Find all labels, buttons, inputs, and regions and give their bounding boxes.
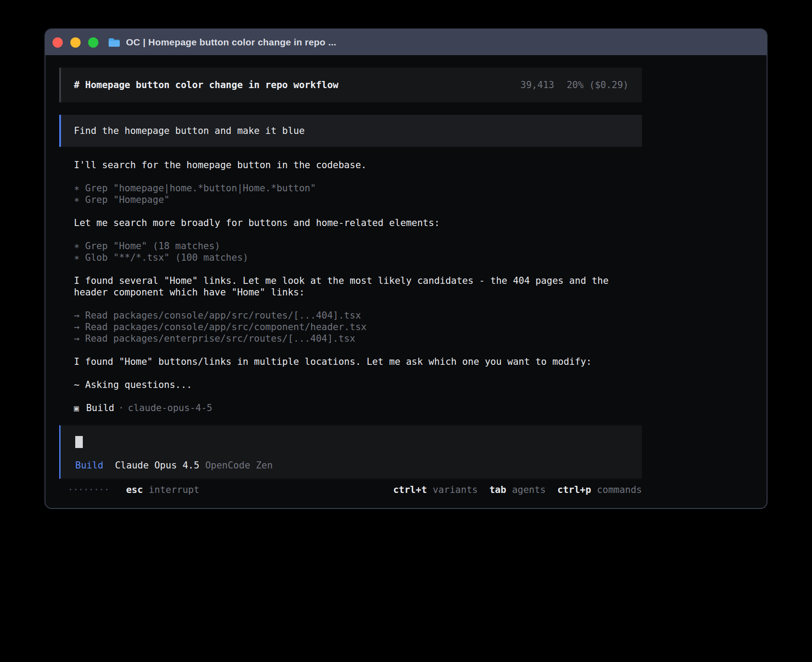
model-name: Claude Opus 4.5	[115, 460, 199, 471]
tool-call-group: ∗ Grep "Home" (18 matches) ∗ Glob "**/*.…	[74, 240, 629, 263]
tool-call-group: → Read packages/console/app/src/routes/[…	[74, 310, 629, 344]
assistant-paragraph: I found several "Home" links. Let me loo…	[74, 275, 629, 298]
prompt-input[interactable]: Build Claude Opus 4.5 OpenCode Zen	[59, 425, 642, 479]
agent-model: claude-opus-4-5	[128, 402, 212, 414]
provider-name: OpenCode Zen	[205, 460, 273, 471]
context-usage: 20% ($0.29)	[567, 79, 629, 91]
status-bar: ········ esc interrupt ctrl+t variants t…	[59, 484, 642, 496]
tool-call: → Read packages/enterprise/src/routes/[.…	[74, 333, 629, 344]
shortcut-key: ctrl+p	[557, 484, 591, 496]
spinner-dots: ········	[68, 484, 109, 496]
shortcut-commands: ctrl+p commands	[557, 484, 642, 496]
tool-call-group: ∗ Grep "homepage|home.*button|Home.*butt…	[74, 182, 629, 206]
session-title: # Homepage button color change in repo w…	[74, 79, 338, 91]
user-message-text: Find the homepage button and make it blu…	[74, 125, 304, 137]
assistant-text: I'll search for the homepage button in t…	[74, 159, 629, 171]
user-message: Find the homepage button and make it blu…	[59, 115, 642, 147]
terminal-content: # Homepage button color change in repo w…	[45, 55, 767, 496]
tool-call: ∗ Grep "homepage|home.*button|Home.*butt…	[74, 182, 629, 194]
tool-call: ∗ Grep "Home" (18 matches)	[74, 240, 629, 252]
shortcut-interrupt: esc interrupt	[126, 484, 199, 496]
traffic-lights	[53, 37, 98, 48]
assistant-text: Let me search more broadly for buttons a…	[74, 217, 629, 229]
agent-separator: ·	[118, 402, 124, 414]
shortcut-label: commands	[597, 484, 642, 496]
status-bar-left: ········ esc interrupt	[68, 484, 199, 496]
assistant-text: I found several "Home" links. Let me loo…	[74, 275, 629, 298]
desktop: OC | Homepage button color change in rep…	[0, 0, 812, 662]
esc-key: esc	[126, 484, 143, 496]
token-count: 39,413	[520, 79, 554, 91]
assistant-paragraph: I found "Home" buttons/links in multiple…	[74, 356, 629, 367]
assistant-paragraph: Let me search more broadly for buttons a…	[74, 217, 629, 229]
shortcut-variants: ctrl+t variants	[393, 484, 478, 496]
status-paragraph: ~ Asking questions...	[74, 379, 629, 391]
shortcut-agents: tab agents	[489, 484, 546, 496]
window-titlebar[interactable]: OC | Homepage button color change in rep…	[45, 29, 767, 55]
status-text: ~ Asking questions...	[74, 379, 629, 391]
shortcut-label: variants	[433, 484, 478, 496]
agent-icon: ▣	[74, 402, 79, 414]
shortcut-label: agents	[512, 484, 546, 496]
agent-name: Build	[86, 402, 114, 414]
assistant-paragraph: I'll search for the homepage button in t…	[74, 159, 629, 171]
agent-status-line: ▣ Build · claude-opus-4-5	[74, 402, 629, 414]
status-bar-right: ctrl+t variants tab agents ctrl+p comman…	[393, 484, 642, 496]
close-button[interactable]	[53, 37, 63, 48]
terminal-window: OC | Homepage button color change in rep…	[45, 28, 767, 509]
session-header: # Homepage button color change in repo w…	[59, 68, 642, 102]
session-meta: 39,413 20% ($0.29)	[520, 79, 629, 91]
folder-icon	[108, 37, 120, 47]
shortcut-key: tab	[489, 484, 506, 496]
tool-call: ∗ Glob "**/*.tsx" (100 matches)	[74, 252, 629, 263]
window-title: OC | Homepage button color change in rep…	[126, 37, 336, 48]
tool-call: → Read packages/console/app/src/routes/[…	[74, 310, 629, 321]
tool-call: ∗ Grep "Homepage"	[74, 194, 629, 206]
shortcut-key: ctrl+t	[393, 484, 427, 496]
zoom-button[interactable]	[88, 37, 98, 48]
assistant-text: I found "Home" buttons/links in multiple…	[74, 356, 629, 367]
tool-call: → Read packages/console/app/src/componen…	[74, 321, 629, 333]
minimize-button[interactable]	[70, 37, 81, 48]
esc-label: interrupt	[149, 484, 199, 496]
model-status-line: Build Claude Opus 4.5 OpenCode Zen	[75, 460, 629, 471]
chat-transcript: I'll search for the homepage button in t…	[59, 159, 642, 414]
title-group: OC | Homepage button color change in rep…	[108, 37, 336, 48]
mode-label[interactable]: Build	[75, 460, 103, 471]
text-cursor	[75, 436, 83, 448]
